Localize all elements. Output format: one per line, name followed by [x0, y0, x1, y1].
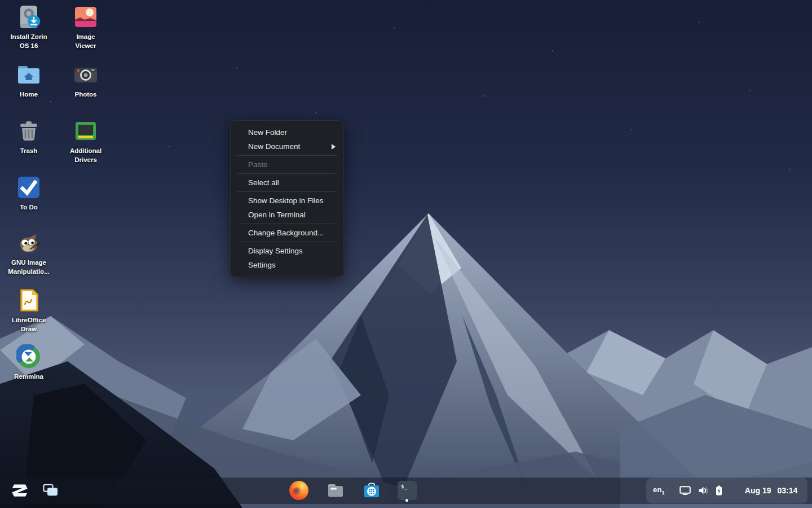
zorin-logo-icon	[10, 481, 29, 500]
install-zorin-os-16-icon	[16, 5, 41, 29]
desktop-icon-label: Image Viewer	[76, 32, 96, 50]
photos-camera-icon	[73, 62, 98, 87]
menu-item-select-all[interactable]: Select all	[231, 176, 343, 190]
image-viewer-icon	[73, 5, 98, 29]
trash-icon	[16, 119, 41, 143]
desktop-icon-additional-drivers[interactable]: Additional Drivers	[60, 119, 112, 164]
desktop-icon-label: LibreOffice Draw	[12, 316, 46, 334]
software-store-icon	[362, 481, 381, 500]
menu-item-settings[interactable]: Settings	[231, 258, 343, 272]
desktop-icon-label: Additional Drivers	[70, 146, 102, 164]
desktop-icon-trash[interactable]: Trash	[3, 119, 55, 155]
menu-item-new-document[interactable]: New Document	[231, 139, 343, 154]
additional-drivers-icon	[73, 119, 98, 143]
desktop-icon-remmina[interactable]: Remmina	[3, 344, 55, 381]
tray-date[interactable]: Aug 19	[745, 486, 771, 495]
terminal-icon: $_	[398, 481, 417, 500]
libreoffice-draw-icon	[16, 288, 41, 313]
menu-separator	[237, 191, 337, 192]
desktop-icon-label: Remmina	[14, 372, 43, 381]
gimp-wilber-icon	[16, 230, 41, 255]
menu-separator	[237, 224, 337, 224]
menu-item-open-in-terminal[interactable]: Open in Terminal	[231, 208, 343, 222]
desktop[interactable]: Install Zorin OS 16 Image Viewer	[0, 0, 812, 508]
firefox-icon	[289, 481, 308, 500]
window-overview-button[interactable]	[43, 484, 58, 497]
menu-separator	[237, 173, 337, 174]
system-tray[interactable]: en1 Aug 19 03:14	[646, 478, 807, 503]
menu-item-paste: Paste	[231, 157, 343, 172]
menu-item-show-desktop-in-files[interactable]: Show Desktop in Files	[231, 194, 343, 208]
battery-charging-icon[interactable]	[716, 485, 722, 496]
files-launcher[interactable]	[326, 481, 345, 500]
desktop-icon-label: Home	[20, 90, 38, 99]
running-app-indicator	[405, 499, 408, 502]
terminal-launcher[interactable]: $_	[398, 481, 417, 500]
desktop-icon-install-zorin-os-16[interactable]: Install Zorin OS 16	[3, 5, 55, 50]
wallpaper-image	[0, 0, 812, 508]
desktop-icon-gimp[interactable]: GNU Image Manipulatio...	[3, 230, 55, 276]
software-store-launcher[interactable]	[362, 481, 381, 500]
taskbar: $_ en1 Aug 19 03:14	[0, 478, 812, 504]
keyboard-layout-indicator[interactable]: en1	[653, 485, 665, 496]
menu-item-change-background[interactable]: Change Background...	[231, 226, 343, 240]
desktop-icon-libreoffice-draw[interactable]: LibreOffice Draw	[3, 288, 55, 334]
window-overview-icon	[43, 484, 58, 497]
files-folder-icon	[326, 481, 345, 500]
todo-check-icon	[16, 175, 41, 200]
desktop-icon-label: To Do	[20, 203, 38, 212]
desktop-icon-label: Trash	[20, 146, 38, 155]
submenu-arrow-icon	[332, 144, 336, 150]
desktop-icon-label: Photos	[75, 90, 97, 99]
zorin-menu-button[interactable]	[10, 481, 29, 500]
desktop-icon-image-viewer[interactable]: Image Viewer	[60, 5, 112, 50]
tray-time[interactable]: 03:14	[777, 486, 797, 495]
volume-icon[interactable]	[698, 486, 709, 495]
desktop-icon-label: Install Zorin OS 16	[10, 32, 47, 50]
remmina-icon	[16, 344, 41, 369]
menu-separator	[237, 155, 337, 156]
home-folder-icon	[16, 62, 41, 87]
desktop-icon-photos[interactable]: Photos	[60, 62, 112, 99]
desktop-icon-to-do[interactable]: To Do	[3, 175, 55, 212]
desktop-icon-label: GNU Image Manipulatio...	[8, 258, 49, 276]
desktop-icon-home[interactable]: Home	[3, 62, 55, 99]
firefox-launcher[interactable]	[289, 481, 308, 500]
menu-separator	[237, 242, 337, 242]
menu-item-display-settings[interactable]: Display Settings	[231, 244, 343, 258]
menu-item-new-folder[interactable]: New Folder	[231, 125, 343, 139]
desktop-context-menu: New Folder New Document Paste Select all…	[230, 120, 344, 277]
display-icon[interactable]	[679, 486, 691, 495]
